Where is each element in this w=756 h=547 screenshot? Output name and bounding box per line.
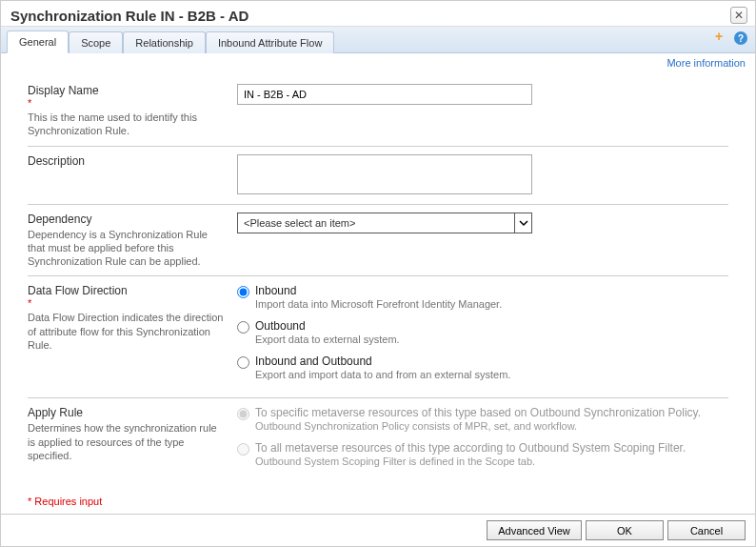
radio-apply-specific-desc: Outbound Synchronization Policy consists…: [255, 420, 701, 432]
radio-outbound-desc: Export data to external system.: [255, 334, 400, 345]
display-name-label: Display Name: [28, 84, 226, 97]
tab-scope[interactable]: Scope: [69, 31, 123, 53]
input-col: Inbound Import data into Microsoft Foref…: [237, 284, 728, 390]
ok-button[interactable]: OK: [586, 520, 664, 540]
display-name-input[interactable]: [237, 84, 532, 105]
close-icon: ✕: [734, 9, 744, 22]
more-information-link[interactable]: More information: [666, 57, 746, 69]
radio-outbound: Outbound Export data to external system.: [237, 319, 728, 345]
radio-apply-all-desc: Outbound System Scoping Filter is define…: [255, 456, 686, 467]
apply-rule-label: Apply Rule: [28, 406, 226, 419]
description-label: Description: [28, 154, 226, 168]
cancel-button[interactable]: Cancel: [667, 520, 746, 540]
button-bar: Advanced View OK Cancel: [1, 514, 755, 546]
radio-apply-all: To all metaverse resources of this type …: [237, 441, 728, 467]
tab-general[interactable]: General: [7, 30, 69, 53]
dependency-label: Dependency: [28, 213, 226, 226]
tab-toolbar: ?: [713, 30, 747, 46]
radio-outbound-label: Outbound: [255, 319, 400, 333]
radio-apply-specific-label: To specific metaverse resources of this …: [255, 406, 701, 419]
tab-bar: General Scope Relationship Inbound Attri…: [1, 27, 755, 53]
radio-both: Inbound and Outbound Export and import d…: [237, 355, 728, 380]
row-apply-rule: Apply Rule Determines how the synchroniz…: [28, 398, 728, 484]
row-dependency: Dependency Dependency is a Synchronizati…: [28, 205, 728, 277]
radio-both-input[interactable]: [237, 356, 249, 369]
input-col: <Please select an item>: [237, 213, 728, 233]
data-flow-label: Data Flow Direction: [28, 284, 226, 297]
radio-inbound: Inbound Import data into Microsoft Foref…: [237, 284, 728, 310]
form-area: Display Name * This is the name used to …: [1, 72, 755, 484]
titlebar: Synchronization Rule IN - B2B - AD ✕: [1, 1, 755, 27]
label-col: Apply Rule Determines how the synchroniz…: [28, 406, 237, 462]
row-display-name: Display Name * This is the name used to …: [28, 76, 728, 147]
radio-inbound-desc: Import data into Microsoft Forefront Ide…: [255, 298, 502, 310]
radio-apply-specific: To specific metaverse resources of this …: [237, 406, 728, 432]
required-marker: *: [28, 97, 226, 109]
close-button[interactable]: ✕: [730, 7, 747, 24]
radio-both-desc: Export and import data to and from an ex…: [255, 369, 510, 380]
add-icon[interactable]: [713, 30, 728, 46]
radio-outbound-input[interactable]: [237, 321, 249, 334]
dependency-help: Dependency is a Synchronization Rule tha…: [28, 228, 226, 269]
dialog-window: Synchronization Rule IN - B2B - AD ✕ Gen…: [0, 0, 756, 547]
dependency-placeholder: <Please select an item>: [244, 217, 355, 229]
input-col: [237, 84, 728, 105]
input-col: [237, 154, 728, 196]
apply-rule-help: Determines how the synchronization rule …: [28, 421, 226, 462]
radio-inbound-label: Inbound: [255, 284, 502, 297]
radio-apply-all-input: [237, 443, 249, 456]
tab-relationship[interactable]: Relationship: [123, 31, 206, 53]
chevron-down-icon: [514, 213, 531, 233]
input-col: To specific metaverse resources of this …: [237, 406, 728, 476]
display-name-help: This is the name used to identify this S…: [28, 111, 226, 138]
help-icon[interactable]: ?: [734, 31, 747, 45]
dependency-select[interactable]: <Please select an item>: [237, 213, 532, 233]
row-data-flow: Data Flow Direction * Data Flow Directio…: [28, 276, 728, 398]
more-info-row: More information: [1, 53, 755, 72]
radio-apply-all-label: To all metaverse resources of this type …: [255, 441, 686, 455]
radio-both-label: Inbound and Outbound: [255, 355, 510, 368]
description-input[interactable]: [237, 154, 532, 194]
advanced-view-button[interactable]: Advanced View: [487, 520, 582, 540]
label-col: Display Name * This is the name used to …: [28, 84, 237, 138]
label-col: Data Flow Direction * Data Flow Directio…: [28, 284, 237, 352]
data-flow-help: Data Flow Direction indicates the direct…: [28, 311, 226, 352]
required-marker: *: [28, 297, 226, 309]
label-col: Dependency Dependency is a Synchronizati…: [28, 213, 237, 269]
label-col: Description: [28, 154, 237, 168]
radio-inbound-input[interactable]: [237, 286, 249, 298]
dialog-title: Synchronization Rule IN - B2B - AD: [10, 8, 249, 24]
radio-apply-specific-input: [237, 408, 249, 420]
tab-inbound-attribute-flow[interactable]: Inbound Attribute Flow: [206, 31, 334, 53]
row-description: Description: [28, 147, 728, 205]
